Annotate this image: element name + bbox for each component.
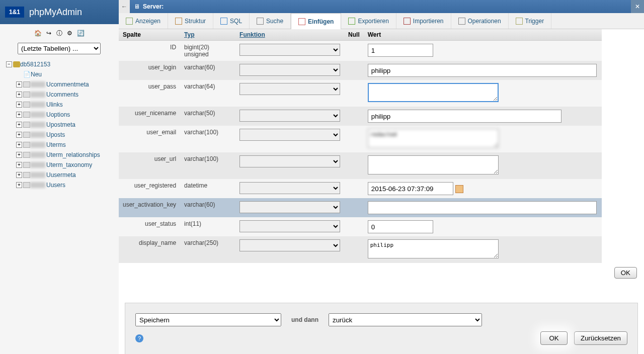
value-input-user_nicename[interactable] — [368, 110, 561, 123]
back-arrow[interactable]: ← — [119, 0, 130, 13]
logout-icon[interactable]: ↪ — [46, 30, 51, 37]
table-name[interactable]: Uterm_relationships — [46, 151, 100, 158]
function-select-display_name[interactable] — [239, 239, 340, 251]
value-input-user_pass[interactable] — [368, 83, 499, 102]
table-expand-toggle[interactable]: + — [16, 182, 22, 188]
db-collapse-toggle[interactable]: − — [6, 61, 12, 67]
function-select-user_registered[interactable] — [239, 182, 340, 194]
close-icon[interactable]: ✕ — [631, 0, 644, 13]
table-expand-toggle[interactable]: + — [16, 122, 22, 128]
table-name[interactable]: Upostmeta — [46, 121, 75, 128]
table-name[interactable]: Ulinks — [46, 101, 63, 108]
table-name[interactable]: Uterms — [46, 141, 66, 148]
header-wert: Wert — [364, 29, 602, 41]
value-input-user_registered[interactable] — [368, 182, 453, 195]
db-name[interactable]: db5812153 — [20, 61, 50, 68]
function-select-user_pass[interactable] — [239, 83, 340, 95]
brand-name: phpMyAdmin — [29, 7, 82, 18]
null-cell — [344, 107, 364, 126]
tab-operationen[interactable]: Operationen — [451, 13, 509, 29]
header-spalte: Spalte — [119, 29, 180, 41]
ok-button-submit[interactable]: OK — [540, 331, 567, 345]
value-input-display_name[interactable]: philipp — [368, 239, 499, 258]
tab-icon — [126, 18, 133, 25]
tab-suche[interactable]: Suche — [250, 13, 291, 29]
table-icon — [23, 152, 30, 158]
home-icon[interactable]: 🏠 — [34, 30, 42, 37]
col-label: user_activation_key — [119, 198, 180, 217]
value-input-user_url[interactable] — [368, 155, 499, 174]
refresh-icon[interactable]: 🔄 — [77, 30, 85, 37]
type-label: bigint(20) unsigned — [180, 41, 235, 61]
value-input-user_email[interactable]: redacted — [368, 129, 499, 148]
footer-panel: Speichern und dann zurück ? OK Zurückset… — [125, 303, 638, 354]
reset-button[interactable]: Zurücksetzen — [574, 331, 627, 345]
table-name[interactable]: Uposts — [46, 131, 65, 138]
tab-struktur[interactable]: Struktur — [168, 13, 213, 29]
tab-label: Suche — [266, 18, 283, 25]
function-select-ID[interactable] — [239, 44, 340, 56]
save-action-select[interactable]: Speichern — [135, 313, 281, 326]
col-label: user_registered — [119, 179, 180, 198]
value-input-ID[interactable] — [368, 44, 433, 57]
table-name[interactable]: Uterm_taxonomy — [46, 161, 92, 168]
tab-sql[interactable]: SQL — [213, 13, 250, 29]
calendar-icon[interactable] — [455, 185, 463, 193]
help-icon[interactable]: ? — [135, 334, 143, 342]
table-expand-toggle[interactable]: + — [16, 81, 22, 87]
new-table-link[interactable]: Neu — [31, 71, 42, 78]
settings-icon[interactable]: ⚙ — [67, 30, 72, 37]
type-label: datetime — [180, 179, 235, 198]
function-select-user_nicename[interactable] — [239, 110, 340, 122]
table-expand-toggle[interactable]: + — [16, 162, 22, 168]
tab-label: Einfügen — [308, 18, 334, 25]
new-table-icon: 📄 — [23, 71, 31, 78]
type-label: varchar(64) — [180, 80, 235, 107]
table-expand-toggle[interactable]: + — [16, 112, 22, 118]
tab-exportieren[interactable]: Exportieren — [341, 13, 396, 29]
tab-icon — [458, 18, 465, 25]
table-icon — [23, 112, 30, 118]
table-name[interactable]: Uoptions — [46, 111, 70, 118]
sidebar-toolbar: 🏠 ↪ ⓘ ⚙ 🔄 — [0, 24, 119, 43]
function-select-user_email[interactable] — [239, 129, 340, 141]
breadcrumb-bar: ← 🖥 Server: ✕ — [119, 0, 644, 13]
value-input-user_login[interactable] — [368, 64, 597, 77]
table-expand-toggle[interactable]: + — [16, 152, 22, 158]
table-expand-toggle[interactable]: + — [16, 142, 22, 148]
value-input-user_activation_key[interactable] — [368, 201, 597, 214]
function-select-user_login[interactable] — [239, 64, 340, 76]
null-cell — [344, 198, 364, 217]
table-expand-toggle[interactable]: + — [16, 92, 22, 98]
tab-anzeigen[interactable]: Anzeigen — [119, 13, 168, 29]
tab-trigger[interactable]: Trigger — [509, 13, 552, 29]
value-input-user_status[interactable] — [368, 220, 433, 233]
col-label: user_login — [119, 61, 180, 80]
function-select-user_status[interactable] — [239, 220, 340, 232]
table-name[interactable]: Uusermeta — [46, 171, 76, 179]
docs-icon[interactable]: ⓘ — [56, 30, 62, 37]
header-typ[interactable]: Typ — [180, 29, 235, 41]
table-name[interactable]: Uusers — [46, 182, 65, 189]
type-label: int(11) — [180, 217, 235, 236]
tab-label: Trigger — [525, 18, 544, 25]
table-name[interactable]: Ucommentmeta — [46, 81, 89, 88]
tab-label: Struktur — [185, 18, 206, 25]
server-icon: 🖥 — [134, 3, 140, 10]
function-select-user_activation_key[interactable] — [239, 201, 340, 213]
function-select-user_url[interactable] — [239, 155, 340, 167]
table-expand-toggle[interactable]: + — [16, 172, 22, 178]
table-name[interactable]: Ucomments — [46, 91, 78, 98]
ok-button-top[interactable]: OK — [614, 267, 637, 279]
and-then-label: und dann — [291, 316, 318, 323]
tab-importieren[interactable]: Importieren — [396, 13, 451, 29]
null-cell — [344, 152, 364, 179]
tab-einfügen[interactable]: Einfügen — [291, 13, 341, 29]
tab-label: Exportieren — [358, 18, 388, 25]
table-expand-toggle[interactable]: + — [16, 132, 22, 138]
header-funktion[interactable]: Funktion — [235, 29, 344, 41]
recent-tables-select[interactable]: (Letzte Tabellen) ... — [18, 43, 101, 54]
table-expand-toggle[interactable]: + — [16, 102, 22, 108]
after-action-select[interactable]: zurück — [329, 313, 482, 326]
main-area: ← 🖥 Server: ✕ AnzeigenStrukturSQLSucheEi… — [119, 0, 644, 354]
